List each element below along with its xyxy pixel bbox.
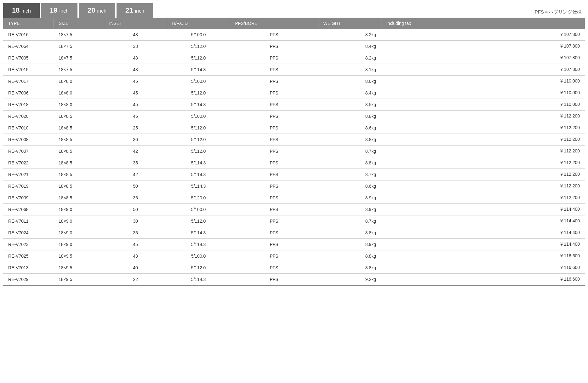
cell-pfsbore: PFS xyxy=(230,122,318,134)
cell-hpcd: 5/100.0 xyxy=(167,29,230,41)
tab-20inch[interactable]: 20 inch xyxy=(79,3,115,18)
cell-size: 18×9.5 xyxy=(54,250,104,262)
tab-bar: 18 inch 19 inch 20 inch 21 inch PFS＝ハブリン… xyxy=(0,0,588,18)
cell-inset: 36 xyxy=(104,134,167,146)
cell-price: ￥112,200 xyxy=(381,157,585,169)
cell-inset: 42 xyxy=(104,169,167,180)
table-row: RE-V701118×9.0305/112.0PFS8.7kg￥114,400 xyxy=(3,215,585,227)
cell-price: ￥110,000 xyxy=(381,87,585,99)
cell-pfsbore: PFS xyxy=(230,180,318,192)
cell-pfsbore: PFS xyxy=(230,250,318,262)
tab-18inch[interactable]: 18 inch xyxy=(3,3,40,18)
cell-weight: 8.8kg xyxy=(318,157,381,169)
cell-weight: 8.7kg xyxy=(318,215,381,227)
cell-pfsbore: PFS xyxy=(230,262,318,274)
cell-hpcd: 5/114.3 xyxy=(167,157,230,169)
col-header-price: Including tax xyxy=(381,18,585,29)
cell-type: RE-V7024 xyxy=(3,227,54,239)
cell-pfsbore: PFS xyxy=(230,76,318,87)
cell-size: 18×8.0 xyxy=(54,76,104,87)
page-container: 18 inch 19 inch 20 inch 21 inch PFS＝ハブリン… xyxy=(0,0,588,383)
cell-inset: 48 xyxy=(104,29,167,41)
cell-inset: 36 xyxy=(104,192,167,204)
cell-pfsbore: PFS xyxy=(230,134,318,146)
cell-weight: 8.8kg xyxy=(318,111,381,122)
cell-size: 18×7.5 xyxy=(54,41,104,52)
table-row: RE-V702318×9.0455/114.3PFS8.9kg￥114,400 xyxy=(3,239,585,250)
cell-pfsbore: PFS xyxy=(230,87,318,99)
cell-weight: 8.9kg xyxy=(318,204,381,215)
cell-inset: 35 xyxy=(104,157,167,169)
cell-size: 18×8.5 xyxy=(54,192,104,204)
cell-size: 18×8.5 xyxy=(54,169,104,180)
table-row: RE-V702018×8.5455/100.0PFS8.8kg￥112,200 xyxy=(3,111,585,122)
cell-inset: 45 xyxy=(104,111,167,122)
cell-type: RE-V7018 xyxy=(3,99,54,111)
cell-price: ￥112,200 xyxy=(381,134,585,146)
table-header-row: TYPE SIZE INSET H/P.C.D PFS/BORE WEIGHT … xyxy=(3,18,585,29)
cell-weight: 8.9kg xyxy=(318,192,381,204)
cell-hpcd: 5/112.0 xyxy=(167,122,230,134)
cell-pfsbore: PFS xyxy=(230,204,318,215)
cell-type: RE-V7017 xyxy=(3,76,54,87)
tab-21inch[interactable]: 21 inch xyxy=(117,3,153,18)
cell-pfsbore: PFS xyxy=(230,239,318,250)
cell-hpcd: 5/112.0 xyxy=(167,215,230,227)
cell-price: ￥114,400 xyxy=(381,239,585,250)
cell-hpcd: 5/114.3 xyxy=(167,64,230,76)
cell-price: ￥116,600 xyxy=(381,262,585,274)
cell-inset: 42 xyxy=(104,146,167,157)
cell-inset: 48 xyxy=(104,64,167,76)
cell-size: 18×8.5 xyxy=(54,157,104,169)
cell-inset: 25 xyxy=(104,122,167,134)
cell-size: 18×9.0 xyxy=(54,239,104,250)
cell-pfsbore: PFS xyxy=(230,146,318,157)
cell-inset: 22 xyxy=(104,274,167,286)
cell-price: ￥116,600 xyxy=(381,250,585,262)
col-header-hpcd: H/P.C.D xyxy=(167,18,230,29)
cell-inset: 50 xyxy=(104,204,167,215)
cell-price: ￥112,200 xyxy=(381,122,585,134)
pfs-note: PFS＝ハブリング仕様 xyxy=(535,9,585,18)
cell-size: 18×8.0 xyxy=(54,99,104,111)
table-row: RE-V701918×8.5505/114.3PFS8.6kg￥112,200 xyxy=(3,180,585,192)
cell-size: 18×7.5 xyxy=(54,64,104,76)
cell-size: 18×7.5 xyxy=(54,29,104,41)
tab-20-label: 20 inch xyxy=(88,6,106,14)
table-row: RE-V706418×7.5385/112.0PFS8.4kg￥107,800 xyxy=(3,41,585,52)
cell-hpcd: 5/114.3 xyxy=(167,169,230,180)
cell-type: RE-V7008 xyxy=(3,134,54,146)
cell-hpcd: 5/114.3 xyxy=(167,227,230,239)
cell-inset: 48 xyxy=(104,52,167,64)
cell-type: RE-V7010 xyxy=(3,122,54,134)
cell-type: RE-V7068 xyxy=(3,204,54,215)
cell-weight: 9.2kg xyxy=(318,274,381,286)
cell-price: ￥114,400 xyxy=(381,204,585,215)
cell-type: RE-V7009 xyxy=(3,192,54,204)
table-row: RE-V700918×8.5365/120.0PFS8.9kg￥112,200 xyxy=(3,192,585,204)
cell-weight: 8.6kg xyxy=(318,180,381,192)
cell-type: RE-V7029 xyxy=(3,274,54,286)
table-wrapper: TYPE SIZE INSET H/P.C.D PFS/BORE WEIGHT … xyxy=(0,18,588,292)
cell-inset: 45 xyxy=(104,99,167,111)
cell-hpcd: 5/120.0 xyxy=(167,192,230,204)
cell-size: 18×8.5 xyxy=(54,180,104,192)
cell-price: ￥107,800 xyxy=(381,64,585,76)
cell-pfsbore: PFS xyxy=(230,215,318,227)
table-row: RE-V702518×9.5435/100.0PFS8.8kg￥116,600 xyxy=(3,250,585,262)
cell-hpcd: 5/112.0 xyxy=(167,41,230,52)
cell-type: RE-V7007 xyxy=(3,146,54,157)
cell-weight: 8.6kg xyxy=(318,76,381,87)
cell-price: ￥110,000 xyxy=(381,76,585,87)
cell-size: 18×8.5 xyxy=(54,122,104,134)
cell-weight: 8.8kg xyxy=(318,134,381,146)
cell-pfsbore: PFS xyxy=(230,227,318,239)
cell-pfsbore: PFS xyxy=(230,52,318,64)
cell-price: ￥114,400 xyxy=(381,215,585,227)
tab-19-label: 19 inch xyxy=(50,6,69,14)
cell-hpcd: 5/112.0 xyxy=(167,146,230,157)
cell-hpcd: 5/112.0 xyxy=(167,87,230,99)
cell-size: 18×9.5 xyxy=(54,262,104,274)
tab-19inch[interactable]: 19 inch xyxy=(41,3,77,18)
cell-price: ￥112,200 xyxy=(381,146,585,157)
